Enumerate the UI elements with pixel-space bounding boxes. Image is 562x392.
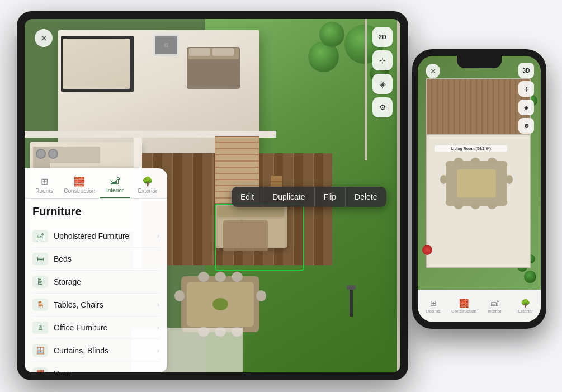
phone-tab-interior[interactable]: 🛋 Interior: [479, 290, 510, 322]
close-button-tablet[interactable]: ✕: [35, 29, 53, 47]
sidebar-item-rugs[interactable]: 🟫 Rugs: [32, 362, 159, 372]
phone-settings-icon: ⚙: [524, 123, 529, 129]
phone-layers-icon: ◈: [524, 105, 528, 111]
sidebar-tabs: ⊞ Rooms 🧱 Construction 🛋 Interior 🌳 Exte…: [25, 168, 167, 199]
upholstered-arrow: ›: [157, 232, 159, 240]
layers-btn-phone[interactable]: ◈: [518, 100, 534, 115]
layers-icon: ◈: [380, 79, 386, 88]
tablet-device: 🖼: [17, 11, 408, 380]
phone-tab-exterior[interactable]: 🌳 Exterior: [510, 290, 541, 322]
sidebar-item-storage[interactable]: 🗄 Storage: [32, 271, 159, 294]
phone-exterior-icon: 🌳: [521, 299, 530, 308]
phone-rooms-label: Rooms: [426, 309, 440, 314]
sidebar-item-beds[interactable]: 🛏 Beds: [32, 248, 159, 271]
tab-rooms[interactable]: ⊞ Rooms: [29, 173, 59, 198]
context-menu: Edit Duplicate Flip Delete: [232, 187, 386, 207]
rooms-tab-label: Rooms: [35, 188, 53, 194]
selection-box: [215, 204, 304, 271]
shrub-1: [524, 271, 536, 283]
phone-tab-construction[interactable]: 🧱 Construction: [448, 290, 479, 322]
sidebar-content: Furniture 🛋 Upholstered Furniture › 🛏 Be…: [25, 199, 167, 372]
office-arrow: ›: [157, 324, 159, 332]
toolbar-right-phone: 3D ⊹ ◈ ⚙: [518, 63, 534, 134]
phone-construction-label: Construction: [451, 309, 476, 314]
beds-icon: 🛏: [32, 253, 48, 265]
office-label: Office Furniture: [54, 323, 157, 332]
exterior-tab-label: Exterior: [138, 188, 157, 194]
settings-btn-tablet[interactable]: ⚙: [372, 97, 393, 117]
tablet-screen: 🖼: [25, 19, 400, 372]
tables-arrow: ›: [157, 301, 159, 309]
toolbar-right-tablet: 2D ⊹ ◈ ⚙: [372, 27, 393, 117]
sidebar-item-upholstered[interactable]: 🛋 Upholstered Furniture ›: [32, 225, 159, 248]
move-tool-btn[interactable]: ⊹: [372, 50, 393, 70]
interior-tab-label: Interior: [106, 187, 124, 193]
phone-tab-rooms[interactable]: ⊞ Rooms: [418, 290, 448, 322]
move-tool-btn-phone[interactable]: ⊹: [518, 81, 534, 97]
move-icon: ⊹: [379, 56, 386, 65]
phone-room-label: Living Room (54.2 ft²): [435, 145, 507, 152]
phone-interior-icon: 🛋: [491, 299, 499, 308]
sidebar-item-tables[interactable]: 🪑 Tables, Chairs ›: [32, 294, 159, 317]
close-button-phone[interactable]: ✕: [426, 64, 440, 78]
construction-tab-icon: 🧱: [74, 176, 85, 187]
phone-construction-icon: 🧱: [459, 299, 469, 308]
context-menu-delete[interactable]: Delete: [346, 187, 386, 207]
flower-decor: [422, 245, 432, 255]
storage-icon: 🗄: [32, 276, 48, 288]
sidebar-panel: ⊞ Rooms 🧱 Construction 🛋 Interior 🌳 Exte…: [25, 168, 167, 372]
settings-icon: ⚙: [379, 103, 386, 112]
context-menu-flip[interactable]: Flip: [315, 187, 346, 207]
tables-label: Tables, Chairs: [54, 300, 157, 309]
tables-icon: 🪑: [32, 299, 48, 311]
upholstered-label: Upholstered Furniture: [54, 232, 157, 240]
tab-interior[interactable]: 🛋 Interior: [100, 173, 130, 198]
tree-3: [319, 22, 344, 47]
curtains-icon: 🪟: [32, 344, 48, 357]
phone-move-icon: ⊹: [524, 86, 528, 92]
mode-3d-btn-phone[interactable]: 3D: [518, 63, 534, 78]
interior-tab-icon: 🛋: [111, 176, 120, 186]
phone-interior-label: Interior: [488, 309, 502, 314]
construction-tab-label: Construction: [64, 188, 95, 194]
settings-btn-phone[interactable]: ⚙: [518, 118, 534, 134]
rooms-tab-icon: ⊞: [41, 176, 48, 187]
storage-label: Storage: [54, 277, 159, 286]
curtains-label: Curtains, Blinds: [54, 346, 157, 355]
context-menu-edit[interactable]: Edit: [232, 187, 263, 207]
phone-device: Living Room (54.2 ft²): [412, 49, 546, 329]
phone-notch: [457, 56, 502, 68]
tab-construction[interactable]: 🧱 Construction: [62, 173, 97, 198]
rugs-icon: 🟫: [32, 367, 48, 372]
sidebar-item-office[interactable]: 🖥 Office Furniture ›: [32, 317, 159, 339]
tab-exterior[interactable]: 🌳 Exterior: [133, 173, 163, 198]
context-menu-duplicate[interactable]: Duplicate: [263, 187, 314, 207]
phone-screen: Living Room (54.2 ft²): [418, 56, 541, 322]
phone-exterior-label: Exterior: [518, 309, 533, 314]
mode-2d-btn[interactable]: 2D: [372, 27, 393, 47]
phone-rooms-icon: ⊞: [430, 299, 437, 308]
layers-btn[interactable]: ◈: [372, 74, 393, 94]
sidebar-item-curtains[interactable]: 🪟 Curtains, Blinds ›: [32, 339, 159, 362]
scene: 🖼: [0, 0, 562, 392]
upholstered-icon: 🛋: [32, 230, 48, 242]
beds-label: Beds: [54, 254, 159, 263]
sidebar-title: Furniture: [32, 205, 159, 218]
rugs-label: Rugs: [54, 369, 159, 372]
curtains-arrow: ›: [157, 347, 159, 355]
phone-bottom-tabs: ⊞ Rooms 🧱 Construction 🛋 Interior 🌳 Exte…: [418, 290, 541, 322]
exterior-tab-icon: 🌳: [142, 176, 153, 187]
office-icon: 🖥: [32, 322, 48, 334]
